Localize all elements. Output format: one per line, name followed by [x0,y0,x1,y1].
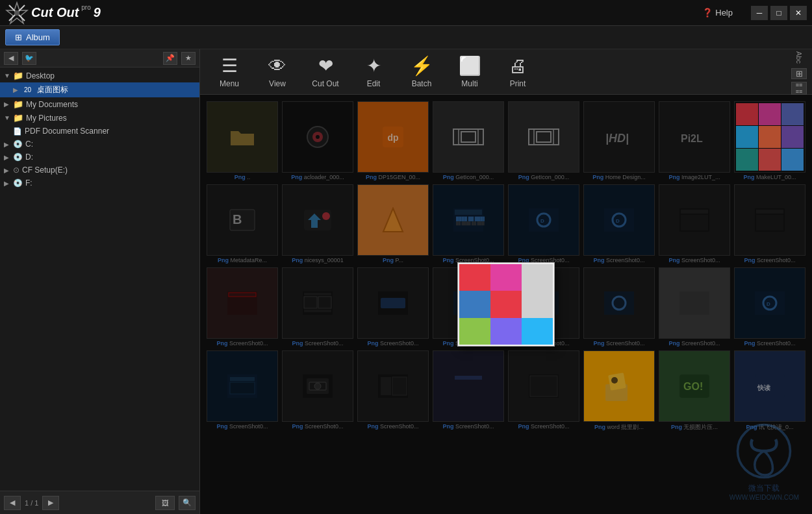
sidebar-item-label: F: [25,178,32,188]
batch-icon: ⚡ [411,55,433,77]
albumbar: ⊞ Album [0,26,812,49]
main-layout: ◀ 🐦 📌 ★ ▼ 📁 Desktop ▶ 20 桌面图标 ▶ 📁 [0,49,812,514]
cutout-label: Cut Out [312,79,338,88]
color-picker-popup[interactable] [457,262,555,347]
print-label: Print [510,79,526,88]
arrow-icon: ▶ [4,154,10,161]
sidebar-item-label: My Documents [26,100,78,109]
sidebar-page-prev-btn[interactable]: ◀ [4,496,21,510]
sidebar-item-d-drive[interactable]: ▶ 💿 D: [0,151,199,164]
sidebar-item-desktop[interactable]: ▼ 📁 Desktop [0,69,199,82]
sidebar-item-label: C: [25,140,33,149]
sidebar-tree: ▼ 📁 Desktop ▶ 20 桌面图标 ▶ 📁 My Documents ▼… [0,67,199,491]
sidebar-item-label: My Pictures [26,114,67,123]
popup-cell-8[interactable] [490,318,522,345]
album-icon: ⊞ [15,32,22,42]
sidebar-item-desktop-icons[interactable]: ▶ 20 桌面图标 [0,82,199,97]
minimize-button[interactable]: ─ [751,6,768,20]
content-area: ☰ Menu 👁 View ❤ Cut Out ✦ Edit ⚡ Batch [200,49,812,514]
help-label: Help [715,8,733,18]
gallery: Png .. Png acloader_000... dp Png DP15GE… [200,95,812,514]
sidebar-page-info: 1 / 1 [25,499,38,507]
multi-label: Multi [461,79,477,88]
close-button[interactable]: ✕ [790,6,807,20]
drive-icon: 💿 [13,140,23,149]
popup-cell-5[interactable] [490,291,522,317]
svg-point-3 [14,10,19,16]
sidebar-tool-btn-1[interactable]: ◀ [4,52,18,65]
arrow-icon: ▶ [4,180,10,187]
sidebar-item-f-drive[interactable]: ▶ 💿 F: [0,177,199,190]
edit-tool[interactable]: ✦ Edit [351,53,396,92]
titlebar: Cut Out pro 9 ❓ Help ─ □ ✕ [0,0,812,26]
album-label: Album [26,32,50,42]
view-icon: 👁 [268,55,286,77]
popup-cell-1[interactable] [459,264,490,291]
print-icon: 🖨 [509,55,527,77]
drive-icon: 💿 [13,178,23,188]
sidebar-item-my-documents[interactable]: ▶ 📁 My Documents [0,97,199,111]
cutout-tool[interactable]: ❤ Cut Out [303,53,348,92]
app-logo-icon [5,1,29,25]
view-tool[interactable]: 👁 View [255,53,300,92]
app-logo: Cut Out pro 9 [5,1,101,25]
restore-button[interactable]: □ [770,6,787,20]
app-version-text: pro [81,4,90,11]
sidebar-item-label: Desktop [26,71,55,80]
folder-icon: 📄 [13,127,22,136]
grid-view-btn[interactable]: ⊞ [791,68,807,79]
sidebar-search-btn[interactable]: 🔍 [179,496,196,510]
popup-cell-9[interactable] [522,318,553,345]
multi-tool[interactable]: ⬜ Multi [447,53,492,92]
sidebar-item-label: PDF Document Scanner [25,127,109,136]
sidebar-item-label: D: [25,153,33,162]
sidebar-item-label: 桌面图标 [37,84,68,95]
sidebar-toolbar: ◀ 🐦 📌 ★ [0,49,199,67]
popup-cell-2[interactable] [490,264,522,291]
help-icon: ❓ [702,8,713,18]
arrow-icon: ▶ [4,167,10,174]
sidebar-thumbnail-btn[interactable]: 🖼 [155,496,175,510]
popup-overlay [200,95,812,514]
sidebar-page-next-btn[interactable]: ▶ [42,496,59,510]
selected-num: 20 [22,86,33,93]
menu-tool[interactable]: ☰ Menu [207,53,252,92]
sidebar-pin-btn[interactable]: 📌 [163,52,177,65]
sidebar-item-c-drive[interactable]: ▶ 💿 C: [0,138,199,151]
popup-cell-4[interactable] [459,291,490,317]
folder-icon: 📁 [13,99,23,109]
view-label: View [269,79,286,88]
menu-label: Menu [220,79,239,88]
arrow-icon: ▶ [4,141,10,148]
sidebar-item-e-drive[interactable]: ▶ ⊙ CF Setup(E:) [0,164,199,177]
arrow-icon: ▶ [13,86,19,93]
sidebar-item-label: CF Setup(E:) [22,165,68,175]
sidebar-item-pdf-scanner[interactable]: 📄 PDF Document Scanner [0,125,199,138]
toolbar-right: Abc ⊞ ≡≡≡≡ [791,49,807,94]
edit-label: Edit [367,79,381,88]
folder-icon: 📁 [13,113,23,123]
sidebar-tool-btn-2[interactable]: 🐦 [22,52,36,65]
sidebar-star-btn[interactable]: ★ [181,52,196,65]
print-tool[interactable]: 🖨 Print [495,53,540,92]
list-view-btn[interactable]: ≡≡≡≡ [791,82,807,95]
titlebar-left: Cut Out pro 9 [5,1,101,25]
help-button[interactable]: ❓ Help [702,8,733,18]
multi-icon: ⬜ [459,55,481,77]
sidebar-item-my-pictures[interactable]: ▼ 📁 My Pictures [0,111,199,125]
app-name-text: Cut Out [31,5,79,20]
album-button[interactable]: ⊞ Album [5,29,60,45]
drive-icon: ⊙ [13,165,19,175]
sidebar-bottom: ◀ 1 / 1 ▶ 🖼 🔍 [0,491,199,514]
popup-cell-7[interactable] [459,318,490,345]
main-toolbar: ☰ Menu 👁 View ❤ Cut Out ✦ Edit ⚡ Batch [200,49,812,95]
titlebar-controls: ─ □ ✕ [751,6,807,20]
cutout-icon: ❤ [318,55,333,77]
edit-icon: ✦ [366,55,381,77]
batch-tool[interactable]: ⚡ Batch [399,53,444,92]
popup-cell-6[interactable] [522,291,553,317]
folder-icon: 📁 [13,71,23,80]
abc-label: Abc [795,51,803,64]
popup-cell-3[interactable] [522,264,553,291]
batch-label: Batch [412,79,432,88]
